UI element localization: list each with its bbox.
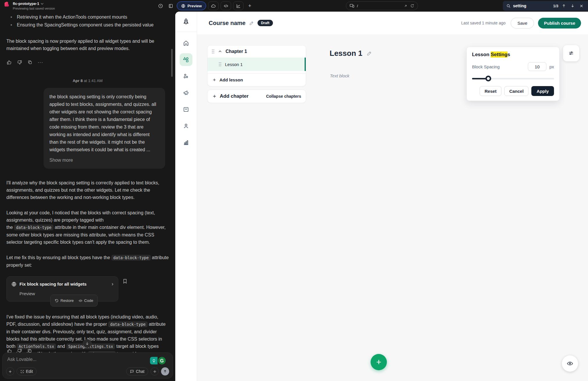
copy-icon[interactable] [27,60,33,65]
code-view-icon[interactable] [221,1,231,10]
timestamp-date: Apr 8 [73,79,83,83]
app-preview: Course name Draft Last saved 1 minute ag… [175,12,588,381]
show-more-link[interactable]: Show more [49,156,159,164]
lesson-settings-popover: Lesson Settings Block Spacing px Reset C… [467,47,560,101]
chat-mode-button[interactable]: Chat [126,367,148,375]
search-match-count: 1/3 [553,4,558,8]
search-next-icon[interactable] [569,3,576,9]
preview-mode-button[interactable] [562,355,578,372]
message-actions: ··· [6,60,169,65]
search-icon [506,4,511,8]
edit-mode-button[interactable]: Edit [17,367,37,375]
plus-icon [212,94,217,99]
voice-input-button[interactable] [151,367,159,375]
drag-handle-icon[interactable] [212,49,215,54]
topbar: flc-prototype-1 Previewing last saved ve… [0,0,588,12]
thumbs-down-icon[interactable] [17,60,22,65]
block-spacing-input[interactable] [528,62,546,71]
block-spacing-label: Block Spacing [472,64,500,69]
save-button[interactable]: Save [511,18,534,29]
chat-panel: Retrieving it when the ActionTools compo… [0,12,175,381]
app-header: Course name Draft Last saved 1 minute ag… [197,12,588,34]
assistant-summary: The block spacing is now properly applie… [6,38,169,52]
lovable-logo-icon [4,1,10,7]
url-bar[interactable]: / [346,1,418,10]
chapter-header[interactable]: Chapter 1 [208,45,306,58]
chevron-down-icon [41,2,44,5]
search-prev-icon[interactable] [561,3,567,9]
sliders-icon [568,50,574,56]
chat-input[interactable] [7,357,120,362]
project-menu[interactable]: flc-prototype-1 Previewing last saved ve… [13,1,55,10]
inline-code: data-block-type [14,225,53,230]
assistant-paragraph: I'll analyze why the block spacing setti… [6,179,169,201]
nav-courses-icon[interactable] [180,53,192,66]
message-timestamp: Apr 8 at 1:41 AM [6,77,169,84]
more-options-icon[interactable]: ··· [38,60,43,65]
code-button[interactable]: Code [78,297,93,304]
globe-icon [11,282,17,287]
open-external-icon[interactable] [404,4,408,8]
grammarly-icon[interactable]: G [158,357,166,364]
send-button[interactable] [161,367,169,375]
search-close-icon[interactable] [578,3,585,9]
thumbs-up-icon[interactable] [6,60,12,65]
preview-button[interactable]: Preview [177,1,206,10]
cloud-icon[interactable] [208,1,219,10]
cancel-button[interactable]: Cancel [504,86,528,96]
refresh-icon[interactable] [410,4,414,8]
scroll-to-bottom-button[interactable] [83,339,92,348]
add-chapter-panel: Add chapter Collapse chapters [207,90,306,103]
lesson-title: Lesson 1 [330,49,362,58]
chat-scrollbar[interactable] [171,49,173,77]
last-saved-text: Last saved 1 minute ago [461,21,506,25]
add-lesson-button[interactable]: Add lesson [208,73,306,86]
collapse-chapters-button[interactable]: Collapse chapters [266,94,301,99]
analytics-icon[interactable] [233,1,244,10]
edit-course-name-icon[interactable] [249,21,254,26]
version-card[interactable]: Fix block spacing for all widgets › Prev… [6,276,118,302]
add-chapter-button[interactable]: Add chapter [220,93,249,99]
text-block-placeholder[interactable]: Text block [330,73,349,78]
status-badge: Draft [258,20,273,26]
search-input[interactable] [513,3,551,8]
inline-code: data-block-type [111,255,151,261]
nav-store-icon[interactable] [180,103,192,116]
plus-icon [212,78,217,82]
publish-course-button[interactable]: Publish course [538,18,581,29]
app-logo[interactable] [175,12,197,32]
project-status: Previewing last saved version [13,7,55,10]
inline-code: data-block-type [108,321,148,327]
chevron-up-icon[interactable] [218,49,222,54]
url-path: / [357,4,358,8]
nav-analytics-icon[interactable] [180,136,192,149]
history-icon[interactable] [156,2,165,10]
project-name: flc-prototype-1 [13,1,39,6]
edit-lesson-title-icon[interactable] [367,51,372,56]
eye-icon [567,360,573,367]
nav-home-icon[interactable] [180,37,192,49]
slider-thumb[interactable] [485,76,491,81]
bookmark-icon[interactable] [122,279,128,284]
user-message-text: the block spacing setting is only correc… [49,94,156,152]
block-spacing-slider[interactable] [472,76,554,81]
add-block-fab[interactable]: + [371,354,387,370]
drag-handle-icon[interactable] [219,62,221,67]
course-title: Course name [209,20,246,26]
lesson-settings-title: Lesson Settings [472,52,554,58]
lesson-item-label: Lesson 1 [225,62,243,67]
attach-button[interactable]: + [6,367,14,375]
add-tab-icon[interactable]: + [246,2,254,10]
nav-community-icon[interactable] [180,70,192,83]
apply-button[interactable]: Apply [531,86,554,96]
chapter-title: Chapter 1 [226,49,247,54]
restore-button[interactable]: Restore [55,297,74,304]
reset-button[interactable]: Reset [480,86,501,96]
nav-announcements-icon[interactable] [180,86,192,99]
chat-bubble-icon [130,369,134,373]
panel-toggle-icon[interactable] [167,2,175,10]
settings-toggle-button[interactable] [563,45,579,61]
lightbulb-icon[interactable] [150,357,158,364]
nav-profile-icon[interactable] [180,120,192,132]
lesson-list-item[interactable]: Lesson 1 [208,58,306,71]
